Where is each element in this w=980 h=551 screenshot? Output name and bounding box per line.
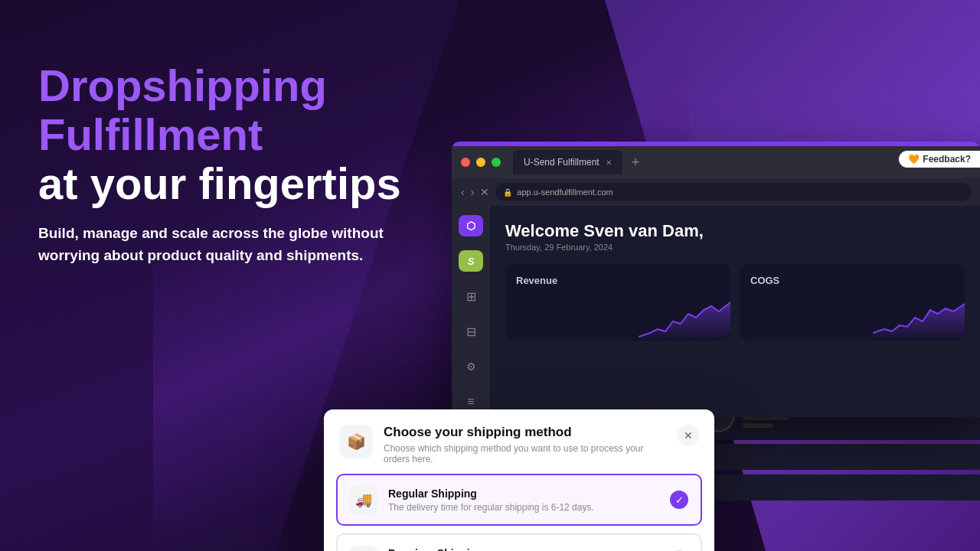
- modal-icon-wrap: 📦: [339, 425, 373, 458]
- modal-header: 📦 Choose your shipping method Choose whi…: [324, 409, 714, 474]
- address-bar[interactable]: 🔒 app.u-sendfulfillment.com: [495, 183, 971, 201]
- browser-dot-red[interactable]: [461, 158, 470, 167]
- sidebar-item-home[interactable]: ⬡: [459, 215, 483, 236]
- close-button[interactable]: ✕: [480, 186, 489, 198]
- headline-line2: at your fingertips: [38, 159, 436, 208]
- regular-shipping-option[interactable]: 🚚 Regular Shipping The delivery time for…: [336, 474, 702, 526]
- regular-shipping-info: Regular Shipping The delivery time for r…: [388, 487, 659, 513]
- table-icon: ⊟: [466, 324, 476, 339]
- purple-accent-bar: [452, 142, 980, 146]
- modal-subtitle: Choose which shipping method you want to…: [384, 443, 667, 465]
- browser-dot-yellow[interactable]: [476, 158, 485, 167]
- premium-shipping-option[interactable]: ✈ Premium Shipping The delivery time for…: [336, 533, 702, 551]
- modal-close-button[interactable]: ✕: [678, 425, 699, 446]
- tab-close-icon[interactable]: ✕: [606, 158, 612, 167]
- tab-title: U-Send Fulfillment: [524, 157, 599, 168]
- sidebar-item-grid[interactable]: ⊞: [459, 285, 483, 307]
- modal-title-area: Choose your shipping method Choose which…: [384, 425, 667, 465]
- users-icon: ⚙: [466, 360, 476, 373]
- headline-line1: Dropshipping Fulfillment: [38, 61, 436, 159]
- home-icon: ⬡: [466, 220, 475, 232]
- revenue-chart: [639, 295, 730, 341]
- shopify-icon: S: [468, 256, 475, 267]
- dashboard-cards: Revenue: [505, 264, 965, 341]
- cogs-chart: [873, 295, 965, 341]
- modal-icon: 📦: [347, 432, 366, 451]
- lock-icon: 🔒: [503, 188, 512, 197]
- back-button[interactable]: ‹: [461, 186, 465, 198]
- premium-shipping-icon-wrap: ✈: [350, 546, 377, 551]
- premium-shipping-name: Premium Shipping: [388, 547, 659, 552]
- regular-shipping-check: ✓: [670, 491, 688, 509]
- browser-tab[interactable]: U-Send Fulfillment ✕: [513, 150, 622, 174]
- date-text: Thursday, 29 February, 2024: [505, 243, 965, 252]
- regular-shipping-icon-wrap: 🚚: [350, 486, 377, 514]
- premium-shipping-info: Premium Shipping The delivery time for p…: [388, 547, 659, 552]
- truck-icon: 🚚: [355, 491, 372, 508]
- shipped-line-2: [743, 423, 773, 428]
- app-main: Welcome Sven van Dam, Thursday, 29 Febru…: [490, 206, 980, 417]
- headline: Dropshipping Fulfillment at your fingert…: [38, 61, 436, 207]
- regular-shipping-name: Regular Shipping: [388, 487, 659, 500]
- modal-title: Choose your shipping method: [384, 425, 667, 440]
- shipping-method-modal: 📦 Choose your shipping method Choose whi…: [324, 409, 714, 551]
- feedback-emoji: 🧡: [908, 154, 920, 165]
- modal-body: 🚚 Regular Shipping The delivery time for…: [324, 474, 714, 551]
- feedback-button[interactable]: 🧡 Feedback?: [899, 151, 980, 168]
- browser-window: 🧡 Feedback? U-Send Fulfillment ✕ + ‹ › ✕…: [452, 142, 980, 417]
- check-icon: ✓: [675, 494, 684, 506]
- new-tab-button[interactable]: +: [632, 155, 640, 171]
- regular-shipping-desc: The delivery time for regular shipping i…: [388, 502, 659, 513]
- grid-icon: ⊞: [466, 289, 476, 304]
- cogs-card: COGS: [740, 264, 965, 341]
- app-sidebar: ⬡ S ⊞ ⊟ ⚙ ≡: [452, 206, 490, 417]
- forward-button[interactable]: ›: [471, 186, 475, 198]
- hero-content: Dropshipping Fulfillment at your fingert…: [38, 61, 436, 266]
- browser-dot-green[interactable]: [492, 158, 501, 167]
- browser-nav: ‹ › ✕ 🔒 app.u-sendfulfillment.com: [452, 178, 980, 206]
- settings-icon: ≡: [467, 395, 474, 409]
- close-icon: ✕: [684, 429, 693, 442]
- feedback-label: Feedback?: [923, 154, 971, 165]
- sidebar-item-users[interactable]: ⚙: [459, 356, 483, 377]
- hero-subtext: Build, manage and scale across the globe…: [38, 223, 390, 266]
- sidebar-item-table[interactable]: ⊟: [459, 321, 483, 342]
- app-inner: ⬡ S ⊞ ⊟ ⚙ ≡ Welcome Sven van Dam, Thursd…: [452, 206, 980, 417]
- revenue-card-title: Revenue: [516, 275, 720, 286]
- address-text: app.u-sendfulfillment.com: [517, 187, 612, 197]
- sidebar-item-shopify[interactable]: S: [459, 250, 483, 272]
- cogs-card-title: COGS: [750, 275, 954, 286]
- revenue-card: Revenue: [505, 264, 730, 341]
- welcome-text: Welcome Sven van Dam,: [505, 221, 965, 241]
